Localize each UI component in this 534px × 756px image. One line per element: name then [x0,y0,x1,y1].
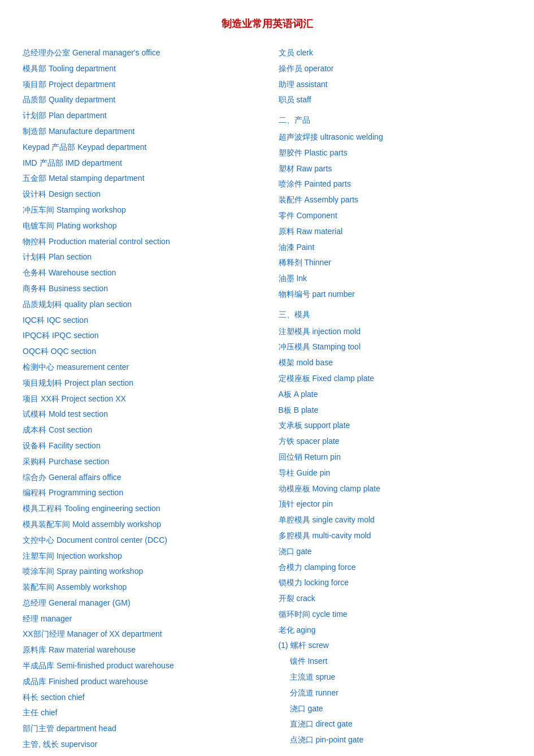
list-item: 组长 Foreman, forelady [23,754,256,756]
list-item: 职员 staff [279,93,512,107]
list-item: 开裂 crack [279,592,512,606]
section-header: 二、产品 [279,114,512,127]
list-item: IQC科 IQC section [23,314,256,327]
list-item: 主任 chief [23,706,256,720]
list-item: 品质规划科 quality plan section [23,298,256,312]
list-item: 品质部 Quality department [23,93,256,107]
list-item: 油墨 Ink [279,272,512,286]
list-item: 部门主管 department head [23,722,256,736]
list-item: Keypad 产品部 Keypad department [23,141,256,154]
list-item: 项目 XX科 Project section XX [23,392,256,406]
list-item: 镶件 Insert [279,655,512,668]
list-item: 油漆 Paint [279,241,512,254]
list-item: 五金部 Metal stamping department [23,172,256,185]
list-item: 仓务科 Warehouse section [23,266,256,280]
list-item: 超声波焊接 ultrasonic welding [279,131,512,144]
list-item: 综合办 General affairs office [23,471,256,485]
list-item: 合模力 clamping force [279,561,512,574]
right-column: 文员 clerk操作员 operator助理 assistant职员 staff… [267,46,512,756]
list-item: XX部门经理 Manager of XX department [23,628,256,641]
list-item: 主流道 sprue [279,671,512,684]
list-item: 浇口 gate [279,702,512,716]
list-item: OQC科 OQC section [23,345,256,358]
list-item: IMD 产品部 IMD department [23,157,256,170]
list-item: 注塑车间 Injection workshop [23,550,256,563]
list-item: 物控科 Production material control section [23,235,256,249]
list-item: 方铁 spacer plate [279,435,512,448]
list-item: 试模科 Mold test section [23,408,256,421]
list-item: 操作员 operator [279,62,512,76]
list-item: 物料编号 part number [279,288,512,301]
list-item: 单腔模具 single cavity mold [279,513,512,527]
list-item: 检测中心 measurement center [23,361,256,374]
list-item: 模具部 Tooling department [23,62,256,76]
list-item: 总经理 General manager (GM) [23,597,256,610]
list-item: 喷涂件 Painted parts [279,178,512,191]
list-item: 分流道 runner [279,686,512,700]
list-item: 锁模力 locking force [279,576,512,590]
list-item: 模具装配车间 Mold assembly workshop [23,518,256,532]
list-item: 塑材 Raw parts [279,162,512,176]
list-item: 总经理办公室 General manager's office [23,46,256,60]
list-item: 助理 assistant [279,78,512,92]
list-item: 导柱 Guide pin [279,466,512,480]
list-item: 点浇口 pin-point gate [279,733,512,747]
list-item: 科长 section chief [23,691,256,705]
list-item: 装配件 Assembly parts [279,193,512,207]
list-item: 零件 Component [279,209,512,223]
section-header: 三、模具 [279,308,512,322]
list-item: 回位销 Return pin [279,451,512,464]
list-item: 老化 aging [279,624,512,637]
list-item: 设备科 Facility section [23,439,256,453]
list-item: (1) 螺杆 screw [279,639,512,653]
list-item: 电镀车间 Plating workshop [23,219,256,233]
list-item: 计划科 Plan section [23,250,256,264]
list-item: 文员 clerk [279,46,512,60]
list-item: 循环时间 cycle time [279,608,512,621]
list-item: 原料 Raw material [279,225,512,239]
list-item: 冲压模具 Stamping tool [279,340,512,354]
list-item: 半成品库 Semi-finished product warehouse [23,659,256,673]
list-item: IPQC科 IPQC section [23,329,256,343]
list-item: 直浇口 direct gate [279,718,512,731]
list-item: 原料库 Raw material warehouse [23,643,256,657]
list-item: 装配车间 Assembly workshop [23,581,256,594]
list-item: 计划部 Plan department [23,109,256,123]
list-item: 经理 manager [23,612,256,626]
list-item: 喷涂车间 Spray painting workshop [23,565,256,578]
list-item: 模架 mold base [279,356,512,370]
list-item: 成本科 Cost section [23,424,256,437]
list-item: 采购科 Purchase section [23,455,256,469]
list-item: 文控中心 Document control center (DCC) [23,534,256,547]
list-item: 商务科 Business section [23,282,256,296]
list-item: 冲压车间 Stamping workshop [23,204,256,217]
list-item: 稀释剂 Thinner [279,256,512,270]
list-item: B板 B plate [279,404,512,417]
list-item: 浇口 gate [279,545,512,559]
list-item: 项目部 Project department [23,78,256,92]
list-item: 顶针 ejector pin [279,498,512,511]
list-item: 编程科 Programming section [23,486,256,500]
left-column: 总经理办公室 General manager's office模具部 Tooli… [23,46,267,756]
list-item: 模具工程科 Tooling engineering section [23,502,256,516]
list-item: 注塑模具 injection mold [279,325,512,339]
list-item: A板 A plate [279,388,512,401]
list-item: 动模座板 Moving clamp plate [279,482,512,496]
list-item: 支承板 support plate [279,419,512,433]
page-title: 制造业常用英语词汇 [23,17,511,31]
list-item: 主管, 线长 supervisor [23,738,256,751]
list-item: 制造部 Manufacture department [23,125,256,139]
list-item: 多腔模具 multi-cavity mold [279,529,512,543]
list-item: 成品库 Finished product warehouse [23,675,256,689]
list-item: 项目规划科 Project plan section [23,377,256,390]
list-item: 设计科 Design section [23,188,256,201]
list-item: 塑胶件 Plastic parts [279,146,512,160]
list-item: 定模座板 Fixed clamp plate [279,372,512,386]
